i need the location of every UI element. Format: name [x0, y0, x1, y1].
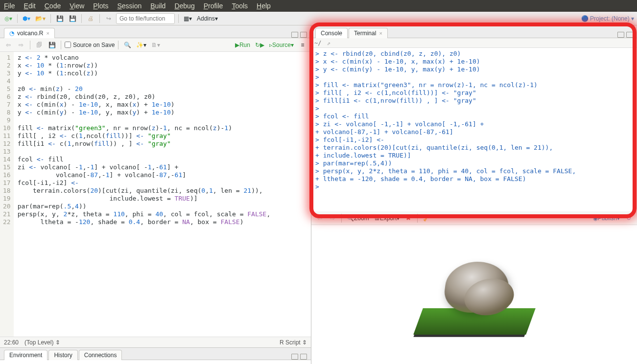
menu-edit[interactable]: Edit	[24, 2, 36, 10]
forward-button[interactable]: ⇨	[16, 40, 26, 50]
rfile-icon: ◔	[9, 30, 14, 37]
close-icon[interactable]: ×	[379, 30, 382, 36]
pane-minimize-icon[interactable]	[617, 32, 624, 38]
prev-plot-button[interactable]: ⇦	[314, 213, 325, 224]
source-on-save-checkbox[interactable]: Source on Save	[65, 42, 115, 48]
line-gutter: 12345678910111213141516171819202122	[0, 52, 14, 337]
volcano-plot-icon	[418, 246, 531, 343]
outline-button[interactable]: ≡	[297, 40, 308, 50]
save-source-button[interactable]: 💾	[47, 40, 57, 50]
menu-build[interactable]: Build	[150, 2, 165, 10]
plot-canvas	[311, 225, 637, 364]
refresh-plots-button[interactable]: ↻	[623, 213, 634, 224]
console-tab-terminal[interactable]: Terminal ×	[349, 28, 388, 38]
env-tab-environment[interactable]: Environment	[4, 350, 47, 360]
plots-toolbar: ⇦ ⇨ 🔍 Zoom 🖻 Export ▾ ✖ 🧹 ◉ Publish ▾ ↻	[311, 211, 637, 225]
source-tab-label: volcano.R	[17, 30, 43, 37]
pane-maximize-icon[interactable]	[626, 32, 633, 38]
menu-view[interactable]: View	[70, 2, 84, 10]
source-on-save-label: Source on Save	[73, 42, 115, 48]
open-button[interactable]: 📂▾	[34, 13, 47, 24]
save-all-button[interactable]: 💾	[67, 13, 78, 24]
wand-button[interactable]: ✨▾	[135, 40, 148, 50]
goto-input[interactable]	[116, 13, 175, 24]
compile-button[interactable]: 🗎▾	[150, 40, 162, 50]
editor-status-bar: 22:60 (Top Level) ⇕ R Script ⇕	[0, 337, 311, 347]
console-cwd: ~/	[314, 40, 321, 46]
clear-plots-button[interactable]: 🧹	[421, 213, 432, 224]
publish-label: Publish	[598, 215, 617, 222]
pane-maximize-icon[interactable]	[300, 32, 307, 38]
close-icon[interactable]: ×	[46, 30, 49, 36]
publish-button[interactable]: ◉ Publish ▾	[591, 213, 621, 224]
cursor-position: 22:60	[4, 339, 19, 346]
language-selector[interactable]: R Script ⇕	[280, 339, 307, 346]
pane-minimize-icon[interactable]	[291, 354, 298, 360]
project-label: Project: (None)	[590, 15, 630, 22]
env-tab-history[interactable]: History	[48, 350, 77, 360]
new-file-button[interactable]: ◎▾	[3, 13, 14, 24]
source-tabs: ◔ volcano.R ×	[0, 25, 311, 38]
addins-label: Addins	[197, 15, 215, 22]
run-label: Run	[239, 42, 250, 48]
env-tabs: EnvironmentHistoryConnections	[0, 347, 311, 360]
tab-label: Console	[321, 30, 342, 37]
export-label: Export	[380, 215, 397, 222]
code-editor[interactable]: 12345678910111213141516171819202122 z <-…	[0, 52, 311, 337]
grid-view-button[interactable]: ▦▾	[182, 13, 193, 24]
menu-debug[interactable]: Debug	[174, 2, 194, 10]
next-plot-button[interactable]: ⇨	[327, 213, 338, 224]
scope-label: (Top Level)	[24, 339, 53, 346]
menu-session[interactable]: Session	[117, 2, 142, 10]
source-btn-label: Source	[272, 42, 291, 48]
source-tab-volcano[interactable]: ◔ volcano.R ×	[4, 28, 55, 38]
print-button[interactable]: 🖨	[85, 13, 96, 24]
zoom-button[interactable]: 🔍 Zoom	[345, 213, 371, 224]
source-toolbar: ⇦ ⇨ 🗐 💾 Source on Save 🔍 ✨▾ 🗎▾ ▶ Run ↻▶ …	[0, 38, 311, 52]
scope-selector[interactable]: (Top Level) ⇕	[24, 339, 60, 346]
source-button[interactable]: ▹ Source ▾	[268, 40, 295, 50]
menu-file[interactable]: File	[4, 2, 15, 10]
back-button[interactable]: ⇦	[3, 40, 14, 50]
tab-label: Terminal	[354, 30, 376, 37]
rerun-button[interactable]: ↻▶	[254, 40, 266, 50]
menu-tools[interactable]: Tools	[232, 2, 248, 10]
menu-help[interactable]: Help	[257, 2, 271, 10]
project-menu[interactable]: 🔵 Project: (None) ▾	[581, 15, 634, 22]
code-body[interactable]: z <- 2 * volcanox <- 10 * (1:nrow(z))y <…	[14, 52, 275, 337]
menu-code[interactable]: Code	[45, 2, 61, 10]
console-cwd-bar: ~/ ⇗	[311, 38, 637, 48]
env-tab-connections[interactable]: Connections	[79, 350, 122, 360]
menu-profile[interactable]: Profile	[204, 2, 223, 10]
language-label: R Script	[280, 339, 301, 346]
menubar: FileEditCodeViewPlotsSessionBuildDebugPr…	[0, 0, 637, 12]
console-tab-console[interactable]: Console	[315, 28, 348, 38]
find-button[interactable]: 🔍	[122, 40, 133, 50]
cwd-popup-icon[interactable]: ⇗	[323, 40, 330, 46]
pane-minimize-icon[interactable]	[291, 32, 298, 38]
console-tabs: ConsoleTerminal ×	[311, 25, 637, 38]
run-button[interactable]: ▶ Run	[234, 40, 252, 50]
console-output[interactable]: > z <- rbind(z0, cbind(z0, z, z0), z0)> …	[311, 48, 637, 211]
new-project-button[interactable]: ⬢▾	[21, 13, 32, 24]
export-button[interactable]: 🖻 Export ▾	[373, 213, 401, 224]
main-toolbar: ◎▾ ⬢▾ 📂▾ 💾 💾 🖨 ↪ ▦▾ Addins ▾ 🔵 Project: …	[0, 12, 637, 25]
save-button[interactable]: 💾	[54, 13, 65, 24]
menu-plots[interactable]: Plots	[93, 2, 108, 10]
zoom-label: Zoom	[354, 215, 369, 222]
remove-plot-button[interactable]: ✖	[403, 213, 414, 224]
pane-maximize-icon[interactable]	[300, 354, 307, 360]
show-doc-button[interactable]: 🗐	[34, 40, 45, 50]
addins-button[interactable]: Addins ▾	[195, 13, 219, 24]
goto-icon: ↪	[103, 13, 114, 24]
